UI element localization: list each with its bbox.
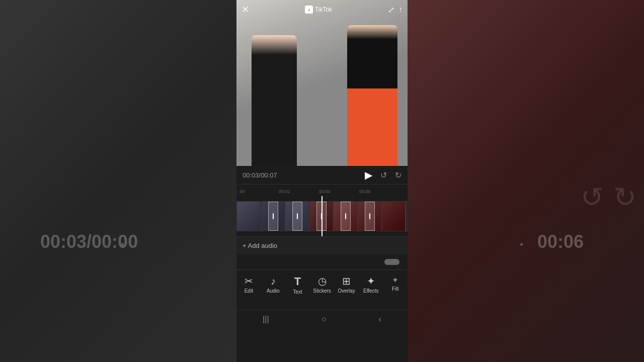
bg-redo-icon: ↻ (613, 181, 636, 213)
text-icon: T (294, 276, 301, 287)
stickers-icon: ◷ (318, 276, 327, 286)
effects-label: Effects (363, 288, 378, 294)
bg-right-timestamp: 00:06 (537, 231, 584, 252)
bg-undo-icon: ↺ (581, 181, 604, 213)
bg-dot-2: • (520, 239, 523, 250)
thumbnail-4 (309, 201, 333, 231)
overlay-label: Overlay (338, 288, 355, 294)
overlay-icon: ⊞ (342, 276, 351, 286)
toolbar-item-edit[interactable]: ✂ Edit (236, 274, 261, 296)
filters-icon: ⌖ (393, 276, 397, 284)
system-nav: ||| ○ ‹ (236, 310, 408, 328)
ruler-mark-4: 00:04 (319, 189, 331, 194)
close-button[interactable]: ✕ (242, 4, 249, 15)
split-marker-1 (268, 202, 278, 231)
thumbnail-7 (381, 201, 406, 231)
video-topbar-right: ⤢ ↑ (388, 5, 403, 15)
ruler-mark-2: 00:02 (279, 189, 290, 194)
bg-dot-1: • (121, 239, 124, 250)
toolbar-item-effects[interactable]: ✦ Effects (359, 274, 383, 296)
video-preview: ✕ ♪ TikTok ⤢ ↑ (236, 0, 408, 166)
toolbar-item-overlay[interactable]: ⊞ Overlay (334, 274, 359, 296)
time-display: 00:03/00:07 (243, 171, 277, 179)
thumbnail-1 (236, 201, 261, 231)
tiktok-logo: ♪ TikTok (305, 6, 332, 14)
scroll-area (236, 254, 408, 269)
split-marker-4 (341, 202, 351, 231)
play-button[interactable]: ▶ (365, 169, 372, 181)
stickers-label: Stickers (313, 288, 331, 294)
add-clip-button[interactable]: + (406, 201, 408, 231)
background-left-panel: 00:03/00:00 • (0, 0, 236, 362)
split-marker-bar-2 (297, 213, 298, 219)
undo-button[interactable]: ↺ (380, 170, 387, 180)
toolbar-item-filters[interactable]: ⌖ Filt (383, 274, 408, 294)
home-nav-button[interactable]: ○ (321, 315, 327, 324)
filters-label: Filt (392, 286, 398, 292)
thumbnail-3 (285, 201, 309, 231)
upload-button[interactable]: ↑ (398, 5, 403, 14)
edit-label: Edit (245, 288, 253, 294)
tiktok-icon: ♪ (305, 6, 313, 14)
thumbnail-6 (357, 201, 381, 231)
scroll-thumb[interactable] (384, 259, 399, 265)
person-right-figure (347, 25, 397, 166)
controls-area: 00:03/00:07 ▶ ↺ ↻ (236, 166, 408, 184)
add-audio-button[interactable]: + Add audio (243, 242, 277, 249)
video-frame: ✕ ♪ TikTok ⤢ ↑ (236, 0, 408, 166)
tiktok-label: TikTok (315, 6, 332, 13)
effects-icon: ✦ (367, 276, 375, 286)
timeline-ruler: :00 00:02 00:04 00:06 (236, 184, 408, 196)
redo-button[interactable]: ↻ (395, 170, 401, 180)
split-marker-5 (365, 202, 375, 231)
ruler-mark-6: 00:06 (359, 189, 371, 194)
expand-button[interactable]: ⤢ (388, 5, 394, 15)
thumbnail-5 (333, 201, 357, 231)
menu-nav-button[interactable]: ||| (263, 315, 269, 324)
person-left-figure (252, 35, 297, 166)
toolbar-item-text[interactable]: T Text (285, 274, 310, 297)
ruler-marks: :00 00:02 00:04 00:06 (238, 185, 408, 196)
edit-icon: ✂ (245, 276, 253, 286)
split-marker-bar-4 (345, 213, 346, 219)
add-audio-strip: + Add audio (236, 236, 408, 254)
text-label: Text (293, 289, 302, 295)
playback-controls: ▶ ↺ ↻ (365, 169, 401, 181)
toolbar-item-stickers[interactable]: ◷ Stickers (310, 274, 335, 296)
background-right-panel: 00:06 • ↺ ↻ (408, 0, 644, 362)
phone-container: ✕ ♪ TikTok ⤢ ↑ 00:03/00:07 ▶ ↺ ↻ :00 00:… (236, 0, 408, 362)
ruler-mark-0: :00 (238, 189, 245, 194)
audio-label: Audio (267, 288, 280, 294)
split-marker-2 (292, 202, 302, 231)
bottom-toolbar: ✂ Edit ♪ Audio T Text ◷ Stickers ⊞ Overl… (236, 269, 408, 310)
split-marker-bar (273, 213, 274, 219)
video-topbar: ✕ ♪ TikTok ⤢ ↑ (236, 4, 408, 15)
playhead-line (321, 196, 323, 236)
thumbnail-2 (261, 201, 285, 231)
audio-icon: ♪ (271, 276, 276, 286)
toolbar-item-audio[interactable]: ♪ Audio (261, 274, 286, 296)
split-marker-bar-5 (369, 213, 370, 219)
back-nav-button[interactable]: ‹ (379, 315, 381, 324)
timeline-strip[interactable]: + (236, 196, 408, 236)
